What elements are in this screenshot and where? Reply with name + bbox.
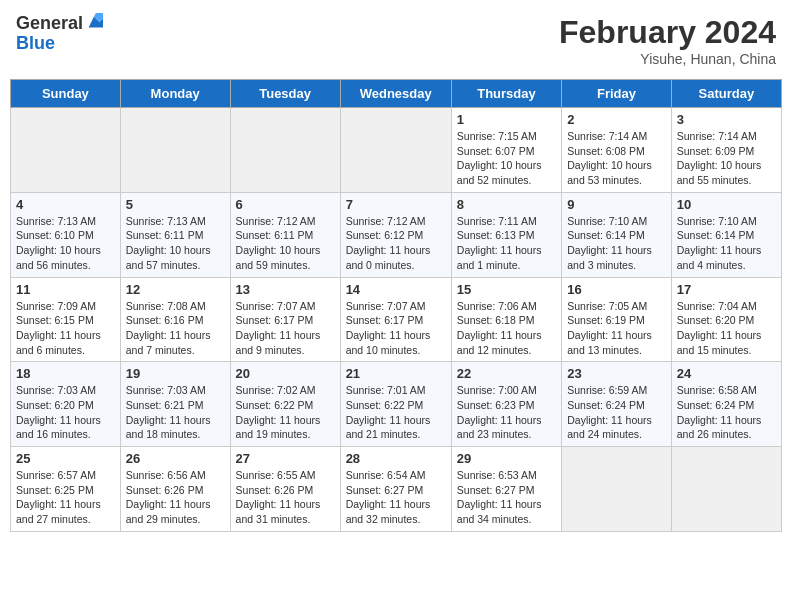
day-number: 25	[16, 451, 115, 466]
calendar-day-header: Thursday	[451, 80, 561, 108]
day-number: 28	[346, 451, 446, 466]
calendar-cell: 24Sunrise: 6:58 AM Sunset: 6:24 PM Dayli…	[671, 362, 781, 447]
day-number: 7	[346, 197, 446, 212]
day-info: Sunrise: 7:10 AM Sunset: 6:14 PM Dayligh…	[677, 214, 776, 273]
logo: General Blue	[16, 14, 103, 54]
day-number: 14	[346, 282, 446, 297]
day-number: 27	[236, 451, 335, 466]
calendar-day-header: Saturday	[671, 80, 781, 108]
calendar-cell: 4Sunrise: 7:13 AM Sunset: 6:10 PM Daylig…	[11, 192, 121, 277]
day-info: Sunrise: 6:55 AM Sunset: 6:26 PM Dayligh…	[236, 468, 335, 527]
day-number: 20	[236, 366, 335, 381]
calendar-cell: 3Sunrise: 7:14 AM Sunset: 6:09 PM Daylig…	[671, 108, 781, 193]
day-info: Sunrise: 7:10 AM Sunset: 6:14 PM Dayligh…	[567, 214, 666, 273]
calendar-week-row: 4Sunrise: 7:13 AM Sunset: 6:10 PM Daylig…	[11, 192, 782, 277]
logo-blue-text: Blue	[16, 34, 103, 54]
day-info: Sunrise: 7:13 AM Sunset: 6:10 PM Dayligh…	[16, 214, 115, 273]
day-info: Sunrise: 6:53 AM Sunset: 6:27 PM Dayligh…	[457, 468, 556, 527]
day-number: 23	[567, 366, 666, 381]
day-info: Sunrise: 7:11 AM Sunset: 6:13 PM Dayligh…	[457, 214, 556, 273]
day-info: Sunrise: 7:01 AM Sunset: 6:22 PM Dayligh…	[346, 383, 446, 442]
calendar-cell	[671, 447, 781, 532]
calendar-day-header: Sunday	[11, 80, 121, 108]
day-number: 4	[16, 197, 115, 212]
logo-icon	[85, 13, 103, 31]
calendar-header-row: SundayMondayTuesdayWednesdayThursdayFrid…	[11, 80, 782, 108]
day-number: 6	[236, 197, 335, 212]
calendar-cell: 23Sunrise: 6:59 AM Sunset: 6:24 PM Dayli…	[562, 362, 672, 447]
day-info: Sunrise: 6:57 AM Sunset: 6:25 PM Dayligh…	[16, 468, 115, 527]
day-info: Sunrise: 6:54 AM Sunset: 6:27 PM Dayligh…	[346, 468, 446, 527]
day-number: 26	[126, 451, 225, 466]
calendar-cell: 5Sunrise: 7:13 AM Sunset: 6:11 PM Daylig…	[120, 192, 230, 277]
month-title: February 2024	[559, 14, 776, 51]
day-info: Sunrise: 7:14 AM Sunset: 6:08 PM Dayligh…	[567, 129, 666, 188]
day-number: 13	[236, 282, 335, 297]
calendar-week-row: 25Sunrise: 6:57 AM Sunset: 6:25 PM Dayli…	[11, 447, 782, 532]
calendar-cell: 26Sunrise: 6:56 AM Sunset: 6:26 PM Dayli…	[120, 447, 230, 532]
calendar-cell: 15Sunrise: 7:06 AM Sunset: 6:18 PM Dayli…	[451, 277, 561, 362]
calendar-cell: 17Sunrise: 7:04 AM Sunset: 6:20 PM Dayli…	[671, 277, 781, 362]
calendar-day-header: Friday	[562, 80, 672, 108]
calendar-cell	[120, 108, 230, 193]
calendar-week-row: 1Sunrise: 7:15 AM Sunset: 6:07 PM Daylig…	[11, 108, 782, 193]
day-info: Sunrise: 7:05 AM Sunset: 6:19 PM Dayligh…	[567, 299, 666, 358]
calendar-cell: 16Sunrise: 7:05 AM Sunset: 6:19 PM Dayli…	[562, 277, 672, 362]
day-number: 19	[126, 366, 225, 381]
calendar-cell: 18Sunrise: 7:03 AM Sunset: 6:20 PM Dayli…	[11, 362, 121, 447]
calendar-cell: 13Sunrise: 7:07 AM Sunset: 6:17 PM Dayli…	[230, 277, 340, 362]
calendar-cell: 27Sunrise: 6:55 AM Sunset: 6:26 PM Dayli…	[230, 447, 340, 532]
day-number: 9	[567, 197, 666, 212]
calendar-cell: 8Sunrise: 7:11 AM Sunset: 6:13 PM Daylig…	[451, 192, 561, 277]
day-info: Sunrise: 7:02 AM Sunset: 6:22 PM Dayligh…	[236, 383, 335, 442]
day-info: Sunrise: 7:13 AM Sunset: 6:11 PM Dayligh…	[126, 214, 225, 273]
calendar-cell: 22Sunrise: 7:00 AM Sunset: 6:23 PM Dayli…	[451, 362, 561, 447]
day-number: 1	[457, 112, 556, 127]
calendar-week-row: 11Sunrise: 7:09 AM Sunset: 6:15 PM Dayli…	[11, 277, 782, 362]
calendar-cell	[11, 108, 121, 193]
day-number: 5	[126, 197, 225, 212]
title-area: February 2024 Yisuhe, Hunan, China	[559, 14, 776, 67]
calendar-cell: 1Sunrise: 7:15 AM Sunset: 6:07 PM Daylig…	[451, 108, 561, 193]
calendar-cell: 6Sunrise: 7:12 AM Sunset: 6:11 PM Daylig…	[230, 192, 340, 277]
day-number: 17	[677, 282, 776, 297]
day-number: 15	[457, 282, 556, 297]
day-info: Sunrise: 7:03 AM Sunset: 6:21 PM Dayligh…	[126, 383, 225, 442]
calendar-cell: 11Sunrise: 7:09 AM Sunset: 6:15 PM Dayli…	[11, 277, 121, 362]
day-number: 24	[677, 366, 776, 381]
calendar-cell: 2Sunrise: 7:14 AM Sunset: 6:08 PM Daylig…	[562, 108, 672, 193]
day-info: Sunrise: 7:12 AM Sunset: 6:11 PM Dayligh…	[236, 214, 335, 273]
day-info: Sunrise: 7:07 AM Sunset: 6:17 PM Dayligh…	[346, 299, 446, 358]
day-info: Sunrise: 7:12 AM Sunset: 6:12 PM Dayligh…	[346, 214, 446, 273]
calendar-cell: 29Sunrise: 6:53 AM Sunset: 6:27 PM Dayli…	[451, 447, 561, 532]
calendar-cell: 10Sunrise: 7:10 AM Sunset: 6:14 PM Dayli…	[671, 192, 781, 277]
calendar-week-row: 18Sunrise: 7:03 AM Sunset: 6:20 PM Dayli…	[11, 362, 782, 447]
location-subtitle: Yisuhe, Hunan, China	[559, 51, 776, 67]
day-number: 22	[457, 366, 556, 381]
calendar-cell: 7Sunrise: 7:12 AM Sunset: 6:12 PM Daylig…	[340, 192, 451, 277]
day-info: Sunrise: 6:58 AM Sunset: 6:24 PM Dayligh…	[677, 383, 776, 442]
day-info: Sunrise: 7:06 AM Sunset: 6:18 PM Dayligh…	[457, 299, 556, 358]
calendar-cell: 20Sunrise: 7:02 AM Sunset: 6:22 PM Dayli…	[230, 362, 340, 447]
day-number: 12	[126, 282, 225, 297]
calendar-cell: 14Sunrise: 7:07 AM Sunset: 6:17 PM Dayli…	[340, 277, 451, 362]
calendar-cell: 21Sunrise: 7:01 AM Sunset: 6:22 PM Dayli…	[340, 362, 451, 447]
calendar-table: SundayMondayTuesdayWednesdayThursdayFrid…	[10, 79, 782, 532]
day-number: 16	[567, 282, 666, 297]
calendar-cell	[230, 108, 340, 193]
day-info: Sunrise: 7:00 AM Sunset: 6:23 PM Dayligh…	[457, 383, 556, 442]
day-info: Sunrise: 6:59 AM Sunset: 6:24 PM Dayligh…	[567, 383, 666, 442]
day-info: Sunrise: 7:03 AM Sunset: 6:20 PM Dayligh…	[16, 383, 115, 442]
day-number: 18	[16, 366, 115, 381]
day-number: 29	[457, 451, 556, 466]
day-number: 8	[457, 197, 556, 212]
day-number: 2	[567, 112, 666, 127]
day-info: Sunrise: 7:15 AM Sunset: 6:07 PM Dayligh…	[457, 129, 556, 188]
day-number: 10	[677, 197, 776, 212]
calendar-day-header: Tuesday	[230, 80, 340, 108]
page-header: General Blue February 2024 Yisuhe, Hunan…	[10, 10, 782, 71]
day-info: Sunrise: 6:56 AM Sunset: 6:26 PM Dayligh…	[126, 468, 225, 527]
calendar-cell	[340, 108, 451, 193]
day-info: Sunrise: 7:07 AM Sunset: 6:17 PM Dayligh…	[236, 299, 335, 358]
day-info: Sunrise: 7:14 AM Sunset: 6:09 PM Dayligh…	[677, 129, 776, 188]
